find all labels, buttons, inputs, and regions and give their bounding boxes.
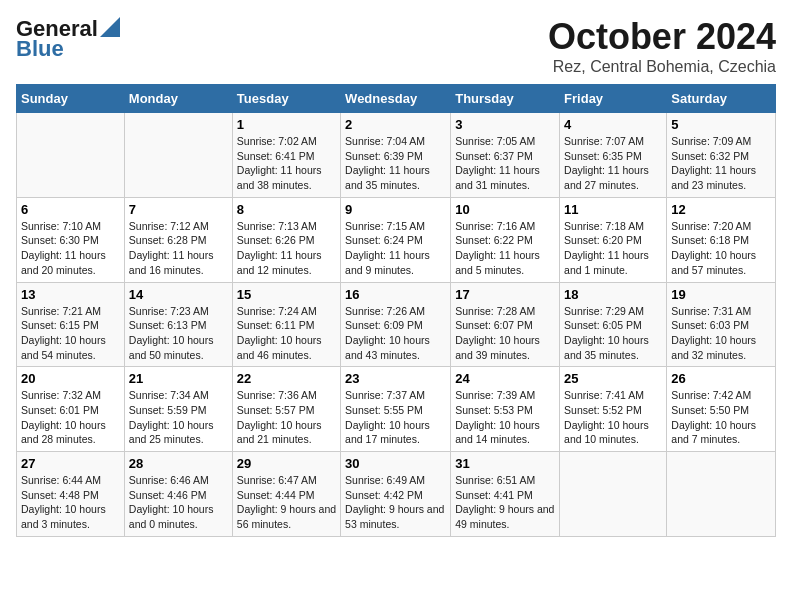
day-number: 21 [129,371,228,386]
day-info: Sunrise: 7:15 AM Sunset: 6:24 PM Dayligh… [345,219,446,278]
page-title: October 2024 [548,16,776,58]
day-header-monday: Monday [124,85,232,113]
day-number: 7 [129,202,228,217]
calendar-cell: 2Sunrise: 7:04 AM Sunset: 6:39 PM Daylig… [341,113,451,198]
day-header-friday: Friday [560,85,667,113]
calendar-cell: 26Sunrise: 7:42 AM Sunset: 5:50 PM Dayli… [667,367,776,452]
calendar-cell [17,113,125,198]
day-info: Sunrise: 7:04 AM Sunset: 6:39 PM Dayligh… [345,134,446,193]
calendar-cell: 31Sunrise: 6:51 AM Sunset: 4:41 PM Dayli… [451,452,560,537]
day-info: Sunrise: 6:51 AM Sunset: 4:41 PM Dayligh… [455,473,555,532]
day-info: Sunrise: 7:16 AM Sunset: 6:22 PM Dayligh… [455,219,555,278]
day-number: 6 [21,202,120,217]
day-number: 2 [345,117,446,132]
day-info: Sunrise: 7:41 AM Sunset: 5:52 PM Dayligh… [564,388,662,447]
day-number: 28 [129,456,228,471]
calendar-cell: 24Sunrise: 7:39 AM Sunset: 5:53 PM Dayli… [451,367,560,452]
page-subtitle: Rez, Central Bohemia, Czechia [548,58,776,76]
calendar-cell: 21Sunrise: 7:34 AM Sunset: 5:59 PM Dayli… [124,367,232,452]
day-number: 10 [455,202,555,217]
calendar-cell [667,452,776,537]
logo-blue-text: Blue [16,36,64,62]
day-number: 11 [564,202,662,217]
day-info: Sunrise: 7:26 AM Sunset: 6:09 PM Dayligh… [345,304,446,363]
calendar-week-row: 1Sunrise: 7:02 AM Sunset: 6:41 PM Daylig… [17,113,776,198]
calendar-cell: 28Sunrise: 6:46 AM Sunset: 4:46 PM Dayli… [124,452,232,537]
day-info: Sunrise: 7:12 AM Sunset: 6:28 PM Dayligh… [129,219,228,278]
day-info: Sunrise: 7:29 AM Sunset: 6:05 PM Dayligh… [564,304,662,363]
svg-marker-0 [100,17,120,37]
calendar-cell: 25Sunrise: 7:41 AM Sunset: 5:52 PM Dayli… [560,367,667,452]
day-info: Sunrise: 7:36 AM Sunset: 5:57 PM Dayligh… [237,388,336,447]
calendar-cell: 18Sunrise: 7:29 AM Sunset: 6:05 PM Dayli… [560,282,667,367]
day-number: 24 [455,371,555,386]
day-number: 29 [237,456,336,471]
day-number: 19 [671,287,771,302]
day-info: Sunrise: 6:47 AM Sunset: 4:44 PM Dayligh… [237,473,336,532]
day-number: 27 [21,456,120,471]
calendar-cell: 29Sunrise: 6:47 AM Sunset: 4:44 PM Dayli… [232,452,340,537]
calendar-week-row: 13Sunrise: 7:21 AM Sunset: 6:15 PM Dayli… [17,282,776,367]
calendar-cell [560,452,667,537]
calendar-cell: 13Sunrise: 7:21 AM Sunset: 6:15 PM Dayli… [17,282,125,367]
day-info: Sunrise: 7:20 AM Sunset: 6:18 PM Dayligh… [671,219,771,278]
day-header-thursday: Thursday [451,85,560,113]
day-number: 3 [455,117,555,132]
calendar-cell: 14Sunrise: 7:23 AM Sunset: 6:13 PM Dayli… [124,282,232,367]
day-number: 20 [21,371,120,386]
day-header-saturday: Saturday [667,85,776,113]
calendar-cell: 19Sunrise: 7:31 AM Sunset: 6:03 PM Dayli… [667,282,776,367]
day-info: Sunrise: 7:23 AM Sunset: 6:13 PM Dayligh… [129,304,228,363]
day-number: 8 [237,202,336,217]
logo-arrow-icon [100,17,120,37]
day-number: 16 [345,287,446,302]
day-header-wednesday: Wednesday [341,85,451,113]
day-info: Sunrise: 7:13 AM Sunset: 6:26 PM Dayligh… [237,219,336,278]
calendar-cell: 5Sunrise: 7:09 AM Sunset: 6:32 PM Daylig… [667,113,776,198]
day-info: Sunrise: 7:07 AM Sunset: 6:35 PM Dayligh… [564,134,662,193]
day-number: 14 [129,287,228,302]
day-info: Sunrise: 7:10 AM Sunset: 6:30 PM Dayligh… [21,219,120,278]
calendar-week-row: 27Sunrise: 6:44 AM Sunset: 4:48 PM Dayli… [17,452,776,537]
day-number: 22 [237,371,336,386]
calendar-header-row: SundayMondayTuesdayWednesdayThursdayFrid… [17,85,776,113]
calendar-cell: 22Sunrise: 7:36 AM Sunset: 5:57 PM Dayli… [232,367,340,452]
day-number: 5 [671,117,771,132]
calendar-week-row: 6Sunrise: 7:10 AM Sunset: 6:30 PM Daylig… [17,197,776,282]
day-info: Sunrise: 7:09 AM Sunset: 6:32 PM Dayligh… [671,134,771,193]
day-info: Sunrise: 7:42 AM Sunset: 5:50 PM Dayligh… [671,388,771,447]
day-info: Sunrise: 7:24 AM Sunset: 6:11 PM Dayligh… [237,304,336,363]
title-block: October 2024 Rez, Central Bohemia, Czech… [548,16,776,76]
day-info: Sunrise: 6:46 AM Sunset: 4:46 PM Dayligh… [129,473,228,532]
calendar-body: 1Sunrise: 7:02 AM Sunset: 6:41 PM Daylig… [17,113,776,537]
day-number: 23 [345,371,446,386]
day-number: 1 [237,117,336,132]
day-info: Sunrise: 6:44 AM Sunset: 4:48 PM Dayligh… [21,473,120,532]
calendar-cell: 1Sunrise: 7:02 AM Sunset: 6:41 PM Daylig… [232,113,340,198]
page-header: General Blue October 2024 Rez, Central B… [16,16,776,76]
calendar-cell: 17Sunrise: 7:28 AM Sunset: 6:07 PM Dayli… [451,282,560,367]
day-info: Sunrise: 7:31 AM Sunset: 6:03 PM Dayligh… [671,304,771,363]
day-number: 30 [345,456,446,471]
day-number: 13 [21,287,120,302]
calendar-table: SundayMondayTuesdayWednesdayThursdayFrid… [16,84,776,537]
calendar-cell: 6Sunrise: 7:10 AM Sunset: 6:30 PM Daylig… [17,197,125,282]
day-header-sunday: Sunday [17,85,125,113]
day-info: Sunrise: 7:28 AM Sunset: 6:07 PM Dayligh… [455,304,555,363]
calendar-cell: 30Sunrise: 6:49 AM Sunset: 4:42 PM Dayli… [341,452,451,537]
calendar-cell: 12Sunrise: 7:20 AM Sunset: 6:18 PM Dayli… [667,197,776,282]
calendar-cell: 27Sunrise: 6:44 AM Sunset: 4:48 PM Dayli… [17,452,125,537]
day-number: 12 [671,202,771,217]
day-info: Sunrise: 7:05 AM Sunset: 6:37 PM Dayligh… [455,134,555,193]
calendar-cell [124,113,232,198]
calendar-cell: 10Sunrise: 7:16 AM Sunset: 6:22 PM Dayli… [451,197,560,282]
day-info: Sunrise: 6:49 AM Sunset: 4:42 PM Dayligh… [345,473,446,532]
day-number: 18 [564,287,662,302]
calendar-cell: 8Sunrise: 7:13 AM Sunset: 6:26 PM Daylig… [232,197,340,282]
day-number: 4 [564,117,662,132]
calendar-week-row: 20Sunrise: 7:32 AM Sunset: 6:01 PM Dayli… [17,367,776,452]
day-info: Sunrise: 7:37 AM Sunset: 5:55 PM Dayligh… [345,388,446,447]
day-number: 9 [345,202,446,217]
day-number: 17 [455,287,555,302]
day-number: 26 [671,371,771,386]
